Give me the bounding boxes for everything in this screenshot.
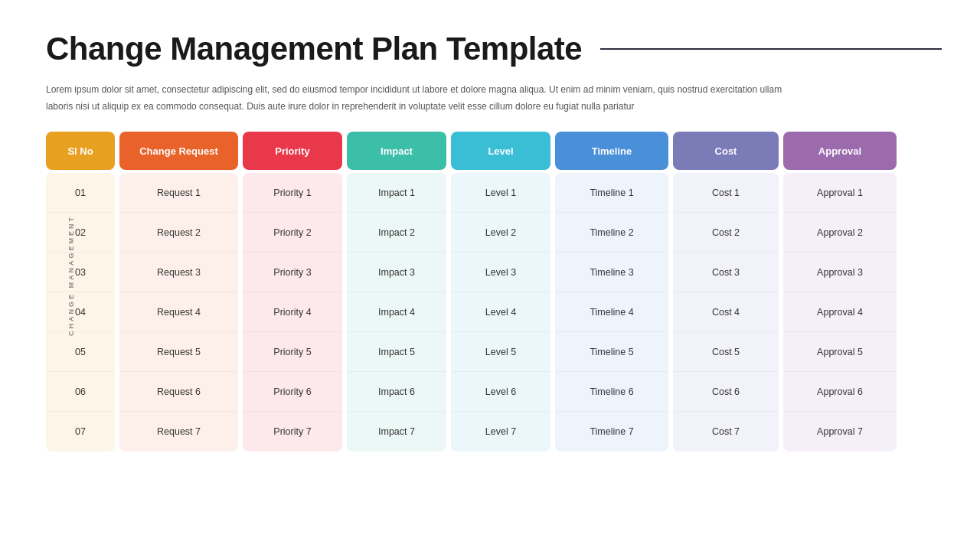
table-row: Impact 6 (347, 372, 446, 412)
body-col-level: Level 1Level 2Level 3Level 4Level 5Level… (451, 173, 550, 452)
table-row: Priority 3 (243, 253, 342, 292)
table-row: Priority 6 (243, 372, 342, 412)
header-slno: Sl No (46, 132, 115, 170)
table-row: Approval 1 (783, 173, 897, 213)
table-header-row: Sl No Change Request Priority Impact Lev… (46, 132, 942, 170)
table-row: Level 5 (451, 332, 550, 372)
body-col-approval: Approval 1Approval 2Approval 3Approval 4… (783, 173, 897, 452)
table-row: Cost 6 (673, 372, 779, 412)
table-row: Approval 7 (783, 412, 897, 452)
page-container: CHANGE MANAGEMENT Change Management Plan… (0, 0, 980, 551)
table-row: Timeline 5 (555, 332, 668, 372)
table-row: Request 3 (119, 253, 238, 292)
table-row: Level 1 (451, 173, 550, 213)
table-row: Cost 5 (673, 332, 779, 372)
table-row: Timeline 7 (555, 412, 668, 452)
table-row: Request 7 (119, 412, 238, 452)
table-row: Request 6 (119, 372, 238, 412)
table-row: Cost 4 (673, 292, 779, 332)
table-row: Level 7 (451, 412, 550, 452)
sidebar-label: CHANGE MANAGEMENT (67, 215, 75, 336)
header-impact: Impact (347, 132, 446, 170)
title-line (600, 48, 942, 50)
header-change: Change Request (119, 132, 238, 170)
table-row: Approval 3 (783, 253, 897, 292)
table-row: Request 2 (119, 213, 238, 253)
table-row: Timeline 4 (555, 292, 668, 332)
table-row: 03 (46, 253, 115, 292)
table-row: Priority 4 (243, 292, 342, 332)
table-row: Impact 7 (347, 412, 446, 452)
table-row: 05 (46, 332, 115, 372)
table-row: 01 (46, 173, 115, 213)
title-row: Change Management Plan Template (46, 31, 942, 67)
table-row: Approval 5 (783, 332, 897, 372)
table-row: Cost 2 (673, 213, 779, 253)
table-row: Cost 1 (673, 173, 779, 213)
table-row: 06 (46, 372, 115, 412)
table-row: Approval 6 (783, 372, 897, 412)
table-row: Priority 2 (243, 213, 342, 253)
body-col-slno: 01020304050607 (46, 173, 115, 452)
table-row: Approval 2 (783, 213, 897, 253)
table-row: Priority 7 (243, 412, 342, 452)
table-row: Level 3 (451, 253, 550, 292)
table-row: Cost 3 (673, 253, 779, 292)
table-row: Timeline 1 (555, 173, 668, 213)
table-row: Approval 4 (783, 292, 897, 332)
table-row: Level 6 (451, 372, 550, 412)
table-row: Priority 1 (243, 173, 342, 213)
table-wrapper: Sl No Change Request Priority Impact Lev… (46, 132, 942, 452)
table-row: Request 5 (119, 332, 238, 372)
table-row: Cost 7 (673, 412, 779, 452)
table-body: 01020304050607Request 1Request 2Request … (46, 173, 942, 452)
table-row: 02 (46, 213, 115, 253)
body-col-timeline: Timeline 1Timeline 2Timeline 3Timeline 4… (555, 173, 668, 452)
table-row: 07 (46, 412, 115, 452)
table-row: Timeline 3 (555, 253, 668, 292)
subtitle-text: Lorem ipsum dolor sit amet, consectetur … (46, 81, 934, 115)
table-row: Impact 5 (347, 332, 446, 372)
page-title: Change Management Plan Template (46, 31, 582, 67)
body-col-change: Request 1Request 2Request 3Request 4Requ… (119, 173, 238, 452)
body-col-cost: Cost 1Cost 2Cost 3Cost 4Cost 5Cost 6Cost… (673, 173, 779, 452)
table-row: Request 1 (119, 173, 238, 213)
body-col-priority: Priority 1Priority 2Priority 3Priority 4… (243, 173, 342, 452)
header-level: Level (451, 132, 550, 170)
table-row: 04 (46, 292, 115, 332)
table-row: Timeline 2 (555, 213, 668, 253)
table-row: Impact 2 (347, 213, 446, 253)
table-row: Impact 4 (347, 292, 446, 332)
header-priority: Priority (243, 132, 342, 170)
header-approval: Approval (783, 132, 897, 170)
table-row: Request 4 (119, 292, 238, 332)
table-row: Priority 5 (243, 332, 342, 372)
table-row: Impact 3 (347, 253, 446, 292)
table-row: Timeline 6 (555, 372, 668, 412)
header-cost: Cost (673, 132, 779, 170)
table-row: Level 2 (451, 213, 550, 253)
table-row: Impact 1 (347, 173, 446, 213)
table-row: Level 4 (451, 292, 550, 332)
header-timeline: Timeline (555, 132, 668, 170)
body-col-impact: Impact 1Impact 2Impact 3Impact 4Impact 5… (347, 173, 446, 452)
